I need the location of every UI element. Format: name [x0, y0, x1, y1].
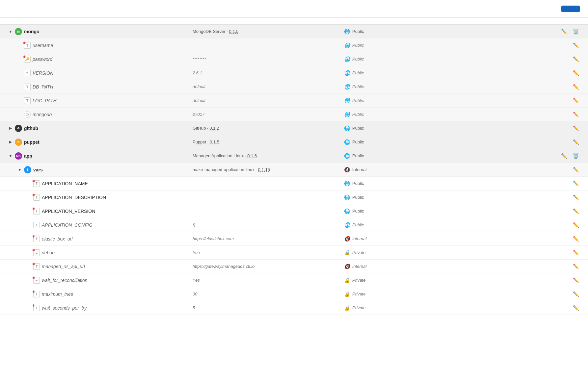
- version-link[interactable]: 0.1.5: [210, 140, 219, 144]
- table-row: T DB_PATH default 🌐Public ✏️: [0, 80, 588, 94]
- edit-button[interactable]: ✏️: [572, 263, 580, 270]
- lock-icon: 🔒: [344, 250, 350, 256]
- edit-button[interactable]: ✏️: [572, 249, 580, 256]
- internal-icon: 🔇: [344, 264, 350, 269]
- lock-icon: 🔒: [344, 305, 350, 311]
- variable-name: debug: [42, 250, 55, 255]
- edit-button[interactable]: ✏️: [572, 166, 580, 173]
- variable-name: maximum_tries: [42, 292, 73, 297]
- actions-cell: ✏️: [553, 208, 580, 215]
- info-icon: i: [24, 166, 31, 173]
- edit-button[interactable]: ✏️: [572, 69, 580, 77]
- collapse-chevron[interactable]: ▼: [17, 167, 22, 172]
- lock-icon: 🔒: [344, 277, 350, 283]
- collapse-chevron[interactable]: ▼: [8, 29, 13, 34]
- edit-button[interactable]: ✏️: [572, 291, 580, 298]
- visibility-cell: 🌐Public: [344, 42, 553, 48]
- version-link[interactable]: 0.1.5: [229, 29, 239, 34]
- service-icon: M: [15, 28, 22, 35]
- visibility-cell: 🌐Public: [344, 84, 553, 90]
- variable-name: VERSION: [33, 70, 53, 76]
- edit-button[interactable]: ✏️: [572, 194, 580, 201]
- visibility-label: Public: [352, 29, 364, 34]
- name-cell: ✱T managed_os_api_url: [8, 263, 193, 270]
- edit-button[interactable]: ✏️: [572, 97, 580, 104]
- visibility-label: Private: [352, 278, 365, 283]
- table-row: ◎ mongodb 27017 🌐Public ✏️: [0, 108, 588, 121]
- value-cell: Yes: [193, 278, 344, 283]
- version-link[interactable]: 0.1.2: [209, 126, 219, 131]
- edit-button[interactable]: ✏️: [572, 221, 580, 229]
- value-cell: ********: [193, 57, 344, 62]
- collapse-chevron[interactable]: ▼: [8, 154, 13, 158]
- actions-cell: ✏️: [553, 291, 580, 298]
- visibility-cell: 🌐Public: [344, 125, 553, 131]
- globe-icon: 🌐: [344, 29, 350, 35]
- service-icon: ◎: [24, 111, 31, 118]
- table-row: ✱T maximum_tries 30 🔒Private ✏️: [0, 287, 588, 301]
- visibility-cell: 🌐Public: [344, 181, 553, 187]
- internal-icon: 🔇: [344, 236, 350, 242]
- value-cell: MongoDB Server · 0.1.5: [193, 29, 344, 34]
- edit-button[interactable]: ✏️: [572, 83, 580, 90]
- edit-button[interactable]: ✏️: [572, 208, 580, 215]
- visibility-cell: 🔒Private: [344, 291, 553, 297]
- variable-name: DB_PATH: [33, 84, 53, 89]
- visibility-label: Public: [352, 209, 364, 214]
- globe-icon: 🌐: [344, 70, 350, 76]
- visibility-label: Internal: [352, 264, 366, 269]
- table-row: ✱T managed_os_api_url https://gateway.ma…: [0, 260, 588, 273]
- actions-cell: ✏️: [553, 263, 580, 270]
- actions-cell: ✏️: [553, 304, 580, 312]
- version-link[interactable]: 0.1.6: [247, 153, 257, 158]
- actions-cell: ✏️: [553, 166, 580, 173]
- edit-button[interactable]: ✏️: [572, 277, 580, 284]
- visibility-label: Public: [352, 70, 364, 75]
- edit-button[interactable]: ✏️: [572, 304, 580, 312]
- key-required-icon: ✱🔑: [24, 56, 31, 63]
- actions-cell: ✏️ 🗑️: [553, 152, 580, 160]
- edit-button[interactable]: ✏️: [572, 125, 580, 132]
- edit-button[interactable]: ✏️: [572, 180, 580, 187]
- new-button[interactable]: [561, 6, 580, 12]
- table-row: ✱T elastic_box_url https://elasticbox.co…: [0, 232, 588, 246]
- visibility-label: Public: [352, 112, 364, 117]
- variable-name: managed_os_api_url: [42, 264, 85, 269]
- edit-button[interactable]: ✏️: [572, 111, 580, 118]
- edit-button[interactable]: ✏️: [572, 42, 580, 49]
- actions-cell: ✏️: [553, 277, 580, 284]
- service-icon: G: [15, 125, 22, 132]
- variable-name: APPLICATION_CONFIG: [42, 222, 93, 228]
- name-cell: ✱≡ debug: [8, 249, 193, 256]
- edit-button[interactable]: ✏️: [572, 56, 580, 63]
- actions-cell: ✏️: [553, 125, 580, 132]
- edit-button[interactable]: ✏️: [560, 28, 568, 35]
- table-row: ✱≡ wait_for_reconciliation Yes 🔒Private …: [0, 273, 588, 287]
- variable-name: puppet: [24, 140, 40, 145]
- visibility-label: Public: [352, 181, 364, 186]
- visibility-label: Private: [352, 305, 365, 310]
- edit-button[interactable]: ✏️: [572, 139, 580, 146]
- delete-button[interactable]: 🗑️: [572, 152, 580, 160]
- list-icon: ≡: [24, 70, 31, 76]
- service-icon: MA: [15, 152, 22, 160]
- visibility-label: Public: [352, 195, 364, 200]
- visibility-label: Private: [352, 250, 365, 255]
- visibility-cell: 🌐Public: [344, 139, 553, 145]
- list-required-icon: ✱≡: [33, 277, 40, 284]
- delete-button[interactable]: 🗑️: [572, 28, 580, 35]
- text-icon: T: [24, 97, 31, 104]
- variable-name: wait_seconds_per_try: [42, 305, 87, 311]
- variable-name: wait_for_reconciliation: [42, 278, 88, 283]
- version-link[interactable]: 0.1.15: [258, 167, 270, 172]
- value-cell: true: [193, 250, 344, 255]
- expand-chevron[interactable]: ▶: [8, 140, 13, 144]
- edit-button[interactable]: ✏️: [572, 235, 580, 242]
- variable-name: username: [33, 43, 53, 48]
- variable-name: mongo: [24, 29, 40, 34]
- expand-chevron[interactable]: ▶: [8, 126, 13, 131]
- edit-button[interactable]: ✏️: [560, 152, 568, 160]
- name-cell: ✱T elastic_box_url: [8, 236, 193, 242]
- text-icon: T: [33, 222, 40, 228]
- table-row: ▼ M mongo MongoDB Server · 0.1.5 🌐Public…: [0, 25, 588, 38]
